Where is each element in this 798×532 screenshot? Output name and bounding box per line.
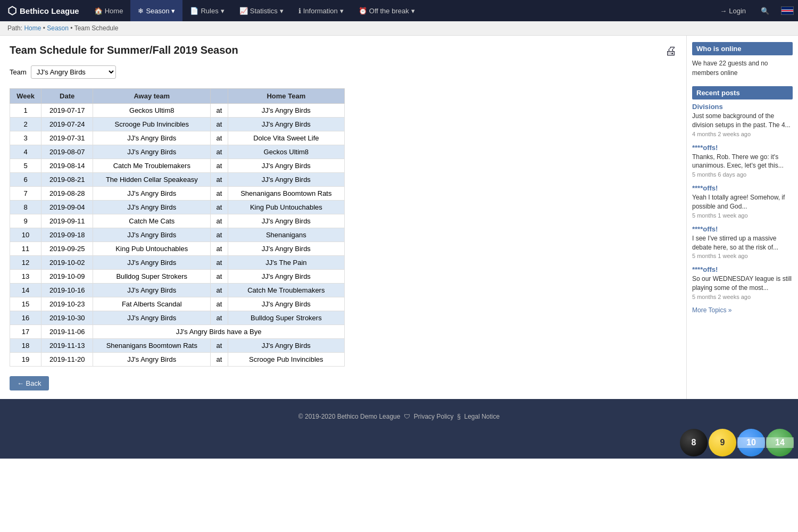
cell-home: King Pub Untouchables <box>228 201 344 214</box>
table-row: 11 2019-09-25 King Pub Untouchables at J… <box>10 242 345 256</box>
flag-icon[interactable] <box>781 6 794 15</box>
nav-home[interactable]: 🏠 Home <box>87 0 131 21</box>
cell-date: 2019-08-21 <box>41 173 93 187</box>
nav-login[interactable]: → Login <box>712 0 753 21</box>
nav-right: → Login 🔍 <box>712 0 798 21</box>
print-icon[interactable]: 🖨 <box>665 44 677 58</box>
table-row: 5 2019-08-14 Catch Me Troublemakers at J… <box>10 159 345 173</box>
cell-home: JJ's Angry Birds <box>228 242 344 256</box>
cell-week: 10 <box>10 228 41 242</box>
team-label: Team <box>10 68 27 76</box>
ball-9: 9 <box>709 429 736 456</box>
recent-post-title[interactable]: ****offs! <box>692 225 793 233</box>
cell-sep: at <box>211 297 228 311</box>
ball-10: 10 <box>737 429 765 456</box>
cell-sep: at <box>211 214 228 228</box>
cell-sep: at <box>211 118 228 131</box>
cell-away: Catch Me Cats <box>93 214 211 228</box>
ball-8: 8 <box>680 429 708 456</box>
table-row: 7 2019-08-28 JJ's Angry Birds at Shenani… <box>10 187 345 201</box>
cell-home: Dolce Vita Sweet Life <box>228 131 344 145</box>
nav-statistics[interactable]: 📈 Statistics ▾ <box>232 0 291 21</box>
cell-home: Catch Me Troublemakers <box>228 284 344 297</box>
col-date: Date <box>41 89 93 104</box>
table-row: 19 2019-11-20 JJ's Angry Birds at Scroog… <box>10 353 345 367</box>
recent-posts-title: Recent posts <box>692 86 793 99</box>
cell-week: 7 <box>10 187 41 201</box>
team-select[interactable]: JJ's Angry Birds <box>31 65 116 79</box>
cell-away: Catch Me Troublemakers <box>93 159 211 173</box>
cell-date: 2019-10-23 <box>41 297 93 311</box>
cell-sep: at <box>211 311 228 325</box>
legal-link[interactable]: Legal Notice <box>464 413 500 420</box>
nav-information[interactable]: ℹ Information ▾ <box>291 0 351 21</box>
info-icon: ℹ <box>298 7 301 15</box>
cell-week: 15 <box>10 297 41 311</box>
recent-post-item: ****offs! Yeah I totally agree! Somehow,… <box>692 184 793 219</box>
brand-icon: ⬡ <box>7 4 16 17</box>
cell-home: JJ's Angry Birds <box>228 339 344 353</box>
chevron-down-icon: ▾ <box>280 7 284 15</box>
recent-post-title[interactable]: ****offs! <box>692 184 793 192</box>
recent-post-time: 5 months 2 weeks ago <box>692 294 793 300</box>
col-week: Week <box>10 89 41 104</box>
cell-home: JJ's Angry Birds <box>228 104 344 118</box>
breadcrumb-current: Team Schedule <box>74 24 119 32</box>
recent-post-title[interactable]: Divisions <box>692 103 793 111</box>
cell-sep: at <box>211 353 228 367</box>
cell-away: JJ's Angry Birds <box>93 256 211 270</box>
brand[interactable]: ⬡ Bethico League <box>0 4 87 17</box>
table-row: 6 2019-08-21 The Hidden Cellar Speakeasy… <box>10 173 345 187</box>
clock-icon: ⏰ <box>359 7 367 15</box>
recent-post-time: 5 months 6 days ago <box>692 171 793 178</box>
recent-post-time: 5 months 1 week ago <box>692 253 793 259</box>
cell-away: Scrooge Pub Invincibles <box>93 118 211 131</box>
recent-posts-list: Divisions Just some background of the di… <box>692 103 793 300</box>
cell-sep: at <box>211 104 228 118</box>
chevron-down-icon: ▾ <box>221 7 225 15</box>
cell-home: Scrooge Pub Invincibles <box>228 353 344 367</box>
table-row: 10 2019-09-18 JJ's Angry Birds at Shenan… <box>10 228 345 242</box>
cell-week: 18 <box>10 339 41 353</box>
cell-away: JJ's Angry Birds <box>93 131 211 145</box>
cell-sep: at <box>211 270 228 284</box>
chevron-down-icon: ▾ <box>411 7 415 15</box>
cell-sep: at <box>211 242 228 256</box>
cell-sep: at <box>211 131 228 145</box>
cell-bye: JJ's Angry Birds have a Bye <box>93 325 345 339</box>
cell-week: 6 <box>10 173 41 187</box>
nav-rules[interactable]: 📄 Rules ▾ <box>182 0 231 21</box>
cell-away: King Pub Untouchables <box>93 242 211 256</box>
table-row: 3 2019-07-31 JJ's Angry Birds at Dolce V… <box>10 131 345 145</box>
table-row: 14 2019-10-16 JJ's Angry Birds at Catch … <box>10 284 345 297</box>
cell-home: Geckos Ultim8 <box>228 145 344 159</box>
nav-season[interactable]: ❄ Season ▾ <box>130 0 182 21</box>
cell-date: 2019-09-18 <box>41 228 93 242</box>
table-row: 1 2019-07-17 Geckos Ultim8 at JJ's Angry… <box>10 104 345 118</box>
privacy-link[interactable]: Privacy Policy <box>414 413 454 420</box>
recent-post-excerpt: So our WEDNESDAY league is still playing… <box>692 275 793 293</box>
cell-week: 12 <box>10 256 41 270</box>
recent-post-title[interactable]: ****offs! <box>692 144 793 152</box>
table-row: 18 2019-11-13 Shenanigans Boomtown Rats … <box>10 339 345 353</box>
col-home: Home Team <box>228 89 344 104</box>
nav-off-the-break[interactable]: ⏰ Off the break ▾ <box>351 0 422 21</box>
cell-date: 2019-08-07 <box>41 145 93 159</box>
cell-away: JJ's Angry Birds <box>93 284 211 297</box>
more-topics-link[interactable]: More Topics » <box>692 306 793 314</box>
online-text: We have 22 guests and no members online <box>692 59 793 78</box>
cell-date: 2019-07-24 <box>41 118 93 131</box>
cell-home: Shenanigans Boomtown Rats <box>228 187 344 201</box>
footer-text: © 2019-2020 Bethico Demo League 🛡 Privac… <box>0 406 798 427</box>
breadcrumb-home[interactable]: Home <box>24 24 41 32</box>
cell-home: JJ's Angry Birds <box>228 118 344 131</box>
cell-date: 2019-07-17 <box>41 104 93 118</box>
breadcrumb-season[interactable]: Season <box>47 24 69 32</box>
recent-post-title[interactable]: ****offs! <box>692 265 793 273</box>
cell-sep: at <box>211 284 228 297</box>
page-title: Team Schedule for Summer/Fall 2019 Seaso… <box>10 44 238 56</box>
cell-away: Shenanigans Boomtown Rats <box>93 339 211 353</box>
nav-search[interactable]: 🔍 <box>753 0 777 21</box>
cell-away: Fat Alberts Scandal <box>93 297 211 311</box>
back-button[interactable]: ← Back <box>10 376 49 390</box>
